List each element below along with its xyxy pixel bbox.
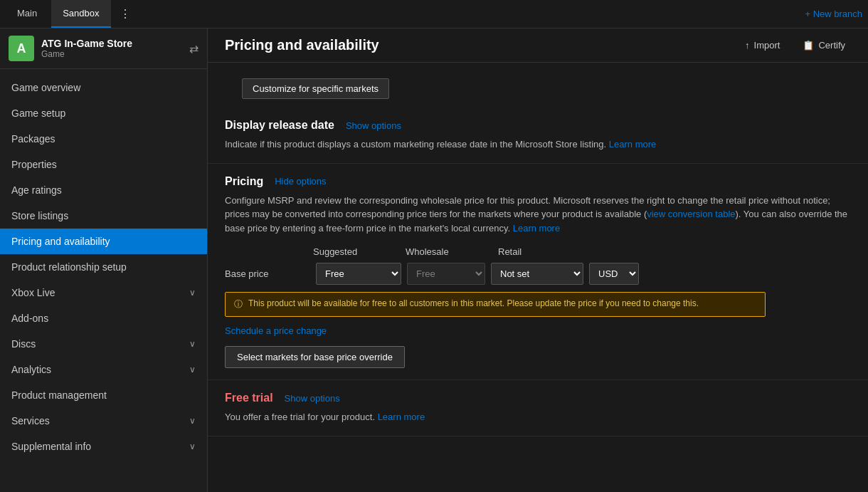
customize-markets-button[interactable]: Customize for specific markets: [242, 78, 389, 99]
suggested-price-select[interactable]: Free 0.99 1.99 4.99 9.99: [316, 263, 401, 285]
free-trial-section: Free trial Show options You offer a free…: [208, 380, 868, 436]
display-release-date-title: Display release date: [225, 119, 334, 132]
header-actions: ↑ Import 📋 Certify: [739, 37, 851, 53]
base-price-label: Base price: [225, 268, 310, 279]
pricing-column-headers: Suggested Wholesale Retail: [225, 246, 851, 257]
sidebar-nav: Game overview Game setup Packages Proper…: [0, 69, 207, 492]
view-conversion-table-link[interactable]: view conversion table: [647, 209, 735, 219]
free-trial-desc: You offer a free trial for your product.…: [225, 410, 851, 424]
certify-button[interactable]: 📋 Certify: [797, 37, 851, 53]
currency-select[interactable]: USD EUR GBP: [589, 263, 639, 285]
sidebar-header: A ATG In-Game Store Game ⇄: [0, 28, 207, 69]
learn-more-link[interactable]: Learn more: [609, 139, 656, 150]
pricing-section: Pricing Hide options Configure MSRP and …: [208, 164, 868, 381]
content-header: Pricing and availability ↑ Import 📋 Cert…: [208, 28, 868, 63]
schedule-price-change-link[interactable]: Schedule a price change: [225, 325, 851, 336]
sidebar-item-product-relationship[interactable]: Product relationship setup: [0, 254, 207, 280]
tab-more-icon[interactable]: ⋮: [114, 4, 137, 23]
sidebar-item-packages[interactable]: Packages: [0, 126, 207, 152]
pricing-learn-more-link[interactable]: Learn more: [513, 223, 560, 234]
base-price-row: Base price Free 0.99 1.99 4.99 9.99 Free…: [225, 263, 851, 285]
retail-col-header: Retail: [495, 246, 588, 257]
sidebar-item-xbox-live[interactable]: Xbox Live ∨: [0, 280, 207, 305]
sidebar-item-analytics[interactable]: Analytics ∨: [0, 357, 207, 382]
chevron-down-icon: ∨: [189, 339, 196, 349]
free-trial-title: Free trial: [225, 392, 273, 404]
retail-price-select[interactable]: Not set: [491, 263, 583, 285]
sidebar-switch-icon[interactable]: ⇄: [189, 42, 199, 56]
new-branch-button[interactable]: + New branch: [805, 9, 862, 19]
app-info: ATG In-Game Store Game: [41, 38, 132, 59]
sidebar-item-add-ons[interactable]: Add-ons: [0, 305, 207, 331]
suggested-col-header: Suggested: [310, 246, 403, 257]
sidebar-item-pricing[interactable]: Pricing and availability: [0, 229, 207, 254]
tab-bar: Main Sandbox ⋮ + New branch: [0, 0, 868, 28]
sidebar-item-supplemental-info[interactable]: Supplemental info ∨: [0, 434, 207, 459]
display-release-date-section: Display release date Show options Indica…: [208, 108, 868, 164]
pricing-title: Pricing: [225, 175, 263, 188]
sidebar-item-discs[interactable]: Discs ∨: [0, 331, 207, 357]
sidebar: A ATG In-Game Store Game ⇄ Game overview…: [0, 28, 208, 492]
pricing-header: Pricing Hide options: [225, 175, 851, 188]
customize-section: Customize for specific markets: [208, 63, 868, 108]
app-subtitle: Game: [41, 49, 132, 59]
hide-options-link[interactable]: Hide options: [275, 176, 326, 187]
tab-main[interactable]: Main: [6, 0, 48, 28]
chevron-down-icon: ∨: [189, 416, 196, 426]
display-release-date-desc: Indicate if this product displays a cust…: [225, 137, 851, 152]
sidebar-item-game-setup[interactable]: Game setup: [0, 100, 207, 126]
wholesale-price-select[interactable]: Free: [407, 263, 485, 285]
certify-icon: 📋: [803, 40, 814, 51]
warning-icon: ⓘ: [234, 298, 243, 310]
free-trial-show-options-link[interactable]: Show options: [285, 393, 340, 404]
section-header: Display release date Show options: [225, 119, 851, 132]
sidebar-item-store-listings[interactable]: Store listings: [0, 203, 207, 229]
sidebar-item-properties[interactable]: Properties: [0, 152, 207, 177]
app-icon: A: [9, 36, 34, 61]
import-button[interactable]: ↑ Import: [739, 37, 785, 53]
free-trial-header: Free trial Show options: [225, 392, 851, 404]
sidebar-item-game-overview[interactable]: Game overview: [0, 75, 207, 100]
tab-sandbox[interactable]: Sandbox: [51, 0, 110, 28]
chevron-down-icon: ∨: [189, 288, 196, 298]
sidebar-item-product-management[interactable]: Product management: [0, 382, 207, 408]
show-options-link[interactable]: Show options: [346, 120, 401, 131]
sidebar-item-age-ratings[interactable]: Age ratings: [0, 177, 207, 203]
free-price-warning: ⓘ This product will be available for fre…: [225, 292, 766, 317]
select-markets-override-button[interactable]: Select markets for base price override: [225, 346, 405, 368]
chevron-down-icon: ∨: [189, 441, 196, 451]
free-trial-learn-more-link[interactable]: Learn more: [378, 412, 425, 422]
pricing-table: Suggested Wholesale Retail Base price Fr…: [225, 246, 851, 368]
import-icon: ↑: [745, 40, 750, 51]
page-title: Pricing and availability: [225, 37, 379, 53]
pricing-desc: Configure MSRP and review the correspond…: [225, 194, 851, 236]
chevron-down-icon: ∨: [189, 365, 196, 375]
wholesale-col-header: Wholesale: [403, 246, 495, 257]
content-area: Pricing and availability ↑ Import 📋 Cert…: [208, 28, 868, 492]
sidebar-item-services[interactable]: Services ∨: [0, 408, 207, 434]
warning-text: This product will be available for free …: [248, 298, 699, 308]
app-title: ATG In-Game Store: [41, 38, 132, 49]
main-layout: A ATG In-Game Store Game ⇄ Game overview…: [0, 28, 868, 492]
